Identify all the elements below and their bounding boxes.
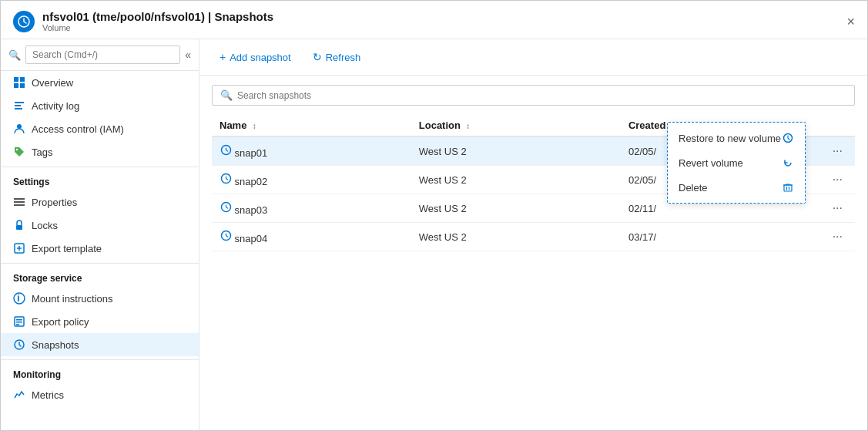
- sidebar: 🔍 « Overview Activity log: [1, 39, 199, 430]
- main-content: 🔍 « Overview Activity log: [1, 39, 867, 430]
- context-menu-revert-label: Revert volume: [679, 157, 743, 169]
- svg-rect-18: [16, 319, 22, 321]
- sidebar-search-input[interactable]: [25, 45, 180, 64]
- table-search-bar: 🔍: [212, 85, 855, 106]
- title-text: nfsvol01 (tme/pool0/nfsvol01) | Snapshot…: [42, 10, 273, 32]
- table-search-input[interactable]: [237, 90, 846, 101]
- nav-export-template-label: Export template: [32, 243, 102, 254]
- title-left: nfsvol01 (tme/pool0/nfsvol01) | Snapshot…: [13, 10, 273, 32]
- nav-export-policy-label: Export policy: [32, 316, 89, 328]
- cell-actions: ···: [816, 194, 855, 223]
- metrics-icon: [13, 389, 25, 401]
- volume-icon: [13, 11, 35, 32]
- page-subtitle: Volume: [42, 23, 273, 32]
- nav-mount-instructions[interactable]: i Mount instructions: [1, 287, 199, 310]
- cell-location: West US 2: [411, 223, 621, 251]
- cell-name: snap01: [212, 136, 411, 166]
- locks-icon: [13, 219, 25, 231]
- location-sort-icon[interactable]: ↕: [466, 122, 470, 130]
- overview-icon: [13, 76, 25, 89]
- search-icon: 🔍: [8, 49, 21, 61]
- restore-icon: [782, 132, 794, 144]
- svg-rect-7: [15, 108, 22, 109]
- nav-iam-label: Access control (IAM): [32, 123, 124, 135]
- snapshots-icon: [13, 338, 25, 351]
- snapshot-row-icon: [220, 173, 232, 185]
- table-search-icon: 🔍: [220, 89, 233, 101]
- cell-actions: ···: [816, 136, 855, 166]
- context-menu-delete[interactable]: Delete: [668, 175, 805, 200]
- nav-export-template[interactable]: Export template: [1, 237, 199, 260]
- row-more-button[interactable]: ···: [828, 228, 847, 245]
- nav-export-policy[interactable]: Export policy: [1, 310, 199, 333]
- storage-service-section-header: Storage service: [1, 263, 199, 287]
- revert-icon: [782, 157, 794, 169]
- context-menu: Restore to new volume Revert volume Dele…: [667, 122, 806, 204]
- svg-rect-2: [20, 77, 25, 82]
- context-menu-delete-label: Delete: [679, 182, 708, 194]
- col-actions: [816, 115, 855, 136]
- nav-locks-label: Locks: [32, 220, 58, 231]
- nav-overview-label: Overview: [32, 77, 73, 89]
- refresh-button[interactable]: ↻ Refresh: [305, 47, 369, 67]
- svg-rect-19: [16, 322, 22, 323]
- properties-icon: [13, 196, 25, 208]
- svg-rect-1: [14, 77, 18, 82]
- nav-iam[interactable]: Access control (IAM): [1, 117, 199, 140]
- iam-icon: [13, 123, 25, 135]
- cell-name: snap04: [212, 223, 411, 251]
- cell-location: West US 2: [411, 194, 621, 223]
- nav-metrics[interactable]: Metrics: [1, 383, 199, 406]
- activity-log-icon: [13, 99, 25, 112]
- svg-rect-12: [14, 204, 25, 206]
- nav-mount-instructions-label: Mount instructions: [32, 293, 113, 305]
- nav-activity-log-label: Activity log: [32, 100, 79, 112]
- monitoring-section-header: Monitoring: [1, 359, 199, 383]
- nav-properties-label: Properties: [32, 197, 77, 208]
- col-location: Location ↕: [411, 115, 621, 136]
- cell-name: snap03: [212, 194, 411, 223]
- nav-properties[interactable]: Properties: [1, 190, 199, 214]
- nav-snapshots[interactable]: Snapshots: [1, 333, 199, 356]
- nav-activity-log[interactable]: Activity log: [1, 94, 199, 117]
- cell-location: West US 2: [411, 166, 621, 194]
- svg-rect-13: [16, 225, 22, 230]
- svg-text:i: i: [17, 292, 20, 304]
- context-menu-restore[interactable]: Restore to new volume: [668, 126, 805, 150]
- name-sort-icon[interactable]: ↕: [253, 122, 256, 130]
- snapshot-row-icon: [220, 201, 232, 214]
- row-more-button[interactable]: ···: [828, 143, 847, 160]
- close-button[interactable]: ×: [846, 15, 855, 29]
- title-bar: nfsvol01 (tme/pool0/nfsvol01) | Snapshot…: [1, 1, 867, 39]
- svg-rect-6: [15, 105, 21, 106]
- cell-actions: ···: [816, 223, 855, 251]
- tags-icon: [13, 146, 25, 158]
- toolbar: + Add snapshot ↻ Refresh: [199, 39, 867, 76]
- collapse-button[interactable]: «: [185, 49, 191, 61]
- cell-actions: ···: [816, 166, 855, 194]
- delete-icon: [782, 181, 794, 194]
- main-window: nfsvol01 (tme/pool0/nfsvol01) | Snapshot…: [0, 0, 868, 431]
- snapshot-row-icon: [220, 230, 232, 242]
- row-more-button[interactable]: ···: [828, 200, 847, 217]
- svg-rect-27: [784, 185, 792, 191]
- nav-tags[interactable]: Tags: [1, 140, 199, 163]
- context-menu-revert[interactable]: Revert volume: [668, 150, 805, 175]
- export-template-icon: [13, 242, 25, 254]
- add-snapshot-button[interactable]: + Add snapshot: [212, 47, 299, 67]
- mount-instructions-icon: i: [13, 292, 25, 305]
- nav-snapshots-label: Snapshots: [32, 339, 79, 351]
- sidebar-search-box: 🔍 «: [1, 39, 199, 71]
- nav-overview[interactable]: Overview: [1, 71, 199, 94]
- refresh-icon: ↻: [313, 51, 322, 63]
- nav-locks[interactable]: Locks: [1, 214, 199, 237]
- snapshot-row-icon: [220, 144, 232, 157]
- cell-name: snap02: [212, 166, 411, 194]
- row-more-button[interactable]: ···: [828, 171, 847, 188]
- nav-metrics-label: Metrics: [32, 389, 64, 401]
- svg-point-9: [16, 149, 18, 150]
- col-name: Name ↕: [212, 115, 411, 136]
- svg-rect-3: [14, 83, 18, 88]
- svg-rect-4: [20, 83, 25, 88]
- add-icon: +: [220, 51, 226, 63]
